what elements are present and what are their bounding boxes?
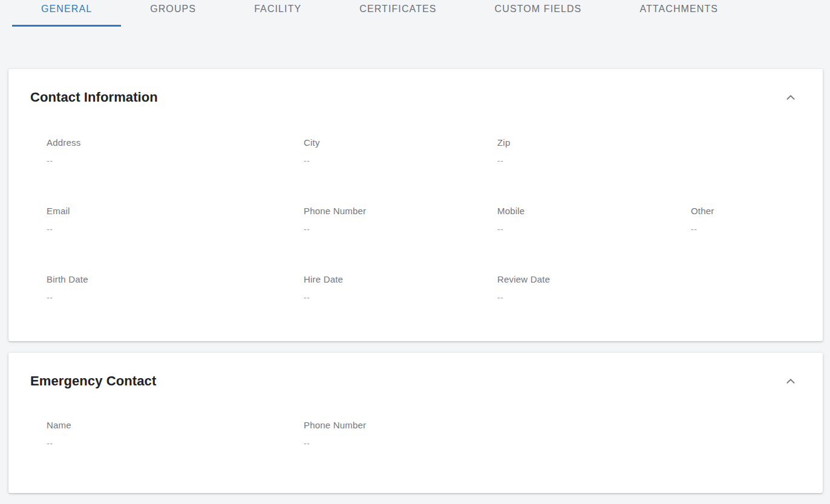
field-label: Phone Number — [304, 205, 497, 217]
field-empty — [497, 419, 691, 450]
emergency-contact-card: Emergency Contact Name -- Phone Number -… — [8, 353, 823, 493]
emergency-contact-header: Emergency Contact — [8, 353, 823, 390]
field-value: -- — [304, 223, 497, 235]
field-phone-number: Phone Number -- — [304, 419, 497, 450]
field-empty — [691, 137, 808, 167]
field-empty — [691, 273, 808, 304]
collapse-section-button[interactable] — [783, 90, 799, 105]
field-value: -- — [304, 155, 497, 167]
contact-information-card: Contact Information Address -- City -- Z… — [8, 69, 823, 341]
field-address: Address -- — [47, 137, 304, 167]
field-row: Email -- Phone Number -- Mobile -- Other… — [47, 205, 808, 235]
field-label: Email — [47, 205, 304, 217]
field-value: -- — [304, 292, 497, 304]
field-mobile: Mobile -- — [497, 205, 691, 235]
chevron-up-icon — [784, 91, 797, 104]
field-label: Address — [47, 137, 304, 149]
field-hire-date: Hire Date -- — [304, 273, 497, 304]
tab-bar: GENERAL GROUPS FACILITY CERTIFICATES CUS… — [0, 0, 830, 27]
emergency-contact-fields: Name -- Phone Number -- — [8, 390, 823, 493]
field-label: Mobile — [497, 205, 691, 217]
field-zip: Zip -- — [497, 137, 691, 167]
field-phone-number: Phone Number -- — [304, 205, 497, 235]
field-value: -- — [497, 155, 691, 167]
field-empty — [691, 419, 808, 450]
field-label: City — [304, 137, 497, 149]
field-email: Email -- — [47, 205, 304, 235]
field-name: Name -- — [47, 419, 304, 450]
tab-groups[interactable]: GROUPS — [121, 0, 225, 27]
tab-attachments[interactable]: ATTACHMENTS — [610, 0, 747, 27]
field-label: Other — [691, 205, 808, 217]
contact-information-header: Contact Information — [8, 69, 823, 106]
field-label: Hire Date — [304, 273, 497, 286]
field-value: -- — [304, 437, 497, 450]
card-title: Contact Information — [30, 88, 158, 106]
contact-information-fields: Address -- City -- Zip -- Email -- Phone… — [8, 106, 823, 341]
field-value: -- — [47, 437, 304, 450]
field-label: Phone Number — [304, 419, 497, 431]
tab-custom-fields[interactable]: CUSTOM FIELDS — [466, 0, 611, 27]
tab-general[interactable]: GENERAL — [12, 0, 121, 27]
field-row: Birth Date -- Hire Date -- Review Date -… — [47, 273, 808, 304]
field-review-date: Review Date -- — [497, 273, 691, 304]
field-row: Address -- City -- Zip -- — [47, 137, 808, 167]
field-other: Other -- — [691, 205, 808, 235]
field-value: -- — [497, 223, 691, 235]
field-label: Zip — [497, 137, 691, 149]
collapse-section-button[interactable] — [783, 373, 799, 389]
card-title: Emergency Contact — [30, 372, 156, 390]
field-birth-date: Birth Date -- — [47, 273, 304, 304]
field-value: -- — [497, 292, 691, 304]
field-row: Name -- Phone Number -- — [47, 419, 808, 450]
field-label: Name — [47, 419, 304, 431]
field-label: Birth Date — [47, 273, 304, 286]
tab-certificates[interactable]: CERTIFICATES — [330, 0, 465, 27]
field-value: -- — [47, 223, 304, 235]
field-value: -- — [47, 292, 304, 304]
field-city: City -- — [304, 137, 497, 167]
tab-facility[interactable]: FACILITY — [225, 0, 330, 27]
chevron-up-icon — [784, 375, 797, 388]
field-value: -- — [47, 155, 304, 167]
field-value: -- — [691, 223, 808, 235]
field-label: Review Date — [497, 273, 691, 286]
